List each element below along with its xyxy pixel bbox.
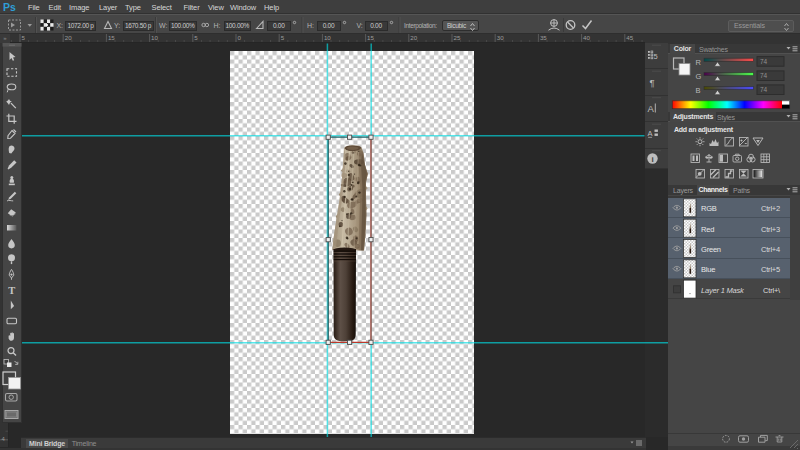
svg-text:74: 74	[760, 86, 768, 93]
svg-text:G: G	[696, 72, 702, 81]
svg-text:74: 74	[760, 72, 768, 79]
svg-text:74: 74	[760, 58, 768, 65]
svg-text:R: R	[696, 58, 702, 67]
svg-text:B: B	[696, 86, 701, 95]
